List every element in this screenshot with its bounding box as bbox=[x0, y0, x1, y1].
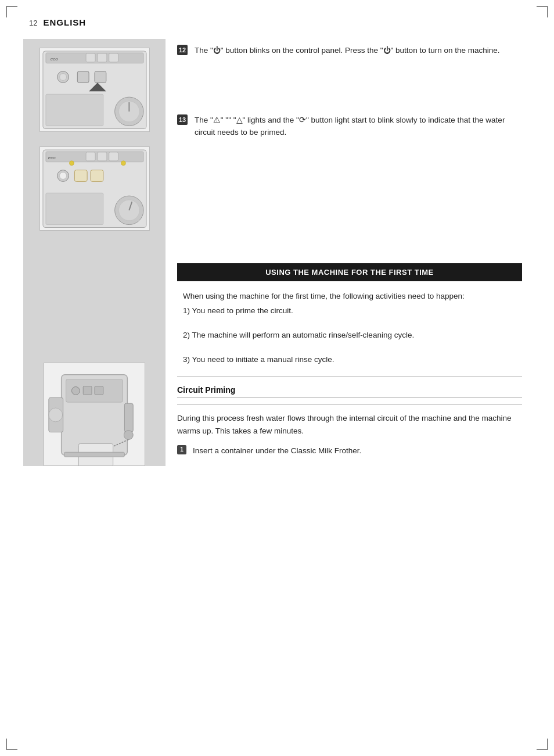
section-title: ENGLISH bbox=[43, 17, 86, 27]
section-banner: USING THE MACHINE FOR THE FIRST TIME bbox=[177, 263, 522, 281]
corner-mark-tr bbox=[537, 6, 548, 17]
svg-rect-24 bbox=[91, 170, 103, 181]
svg-rect-18 bbox=[86, 152, 95, 161]
clean-icon: ⟳ bbox=[299, 116, 306, 124]
svg-point-22 bbox=[59, 172, 66, 179]
page: 12 ENGLISH eco bbox=[0, 0, 554, 756]
step12-container: 12 The "⏻" button blinks on the control … bbox=[177, 45, 522, 56]
right-panel: 12 The "⏻" button blinks on the control … bbox=[166, 39, 531, 466]
svg-rect-8 bbox=[77, 71, 89, 83]
machine-image-step13: eco bbox=[39, 146, 150, 231]
firsttime-item3: 3) You need to initiate a manual rinse c… bbox=[183, 353, 522, 366]
svg-rect-36 bbox=[124, 403, 133, 432]
banner-text: USING THE MACHINE FOR THE FIRST TIME bbox=[265, 268, 434, 277]
warning-icon3: △ bbox=[236, 116, 243, 124]
subsection-divider bbox=[177, 376, 522, 377]
warning-icon1: ⚠ bbox=[213, 116, 221, 124]
spacer-between-steps-and-banner bbox=[177, 150, 522, 257]
power-icon-sym: ⏻ bbox=[213, 46, 221, 55]
svg-rect-9 bbox=[95, 71, 106, 83]
svg-rect-35 bbox=[95, 386, 103, 395]
svg-rect-27 bbox=[45, 193, 103, 224]
step12-number: 12 bbox=[177, 45, 188, 55]
svg-point-37 bbox=[124, 430, 133, 439]
svg-rect-3 bbox=[86, 53, 95, 62]
left-panel: eco bbox=[23, 39, 166, 466]
priming-step1-text: Insert a container under the Classic Mil… bbox=[193, 445, 361, 457]
step13-header: 13 The "⚠" "" "△" lights and the "⟳" but… bbox=[177, 114, 522, 138]
subsection-title: Circuit Priming bbox=[177, 385, 522, 397]
priming-step1-number: 1 bbox=[177, 445, 186, 454]
svg-rect-23 bbox=[74, 170, 87, 181]
machine-image-priming bbox=[44, 363, 145, 466]
page-header: 12 ENGLISH bbox=[23, 17, 531, 27]
priming-step1: 1 Insert a container under the Classic M… bbox=[177, 445, 522, 457]
priming-intro: During this process fresh water flows th… bbox=[177, 412, 522, 437]
svg-rect-5 bbox=[109, 53, 118, 62]
firsttime-item2: 2) The machine will perform an automatic… bbox=[183, 329, 522, 342]
svg-rect-19 bbox=[97, 152, 106, 161]
corner-mark-bl bbox=[6, 739, 17, 750]
step13-number: 13 bbox=[177, 114, 188, 125]
firsttime-item1: 1) You need to prime the circuit. bbox=[183, 304, 522, 317]
svg-point-41 bbox=[49, 408, 63, 422]
machine-image-step12: eco bbox=[39, 48, 150, 132]
svg-rect-34 bbox=[83, 386, 92, 395]
page-number: 12 bbox=[29, 19, 37, 27]
svg-point-26 bbox=[121, 161, 125, 166]
subsection-divider-bottom bbox=[177, 404, 522, 405]
firsttime-block: When using the machine for the first tim… bbox=[177, 290, 522, 366]
firsttime-intro: When using the machine for the first tim… bbox=[183, 290, 522, 303]
svg-point-33 bbox=[71, 386, 80, 395]
svg-rect-4 bbox=[97, 53, 106, 62]
svg-rect-11 bbox=[45, 94, 103, 126]
corner-mark-br bbox=[537, 739, 548, 750]
svg-rect-20 bbox=[109, 152, 118, 161]
step12-header: 12 The "⏻" button blinks on the control … bbox=[177, 45, 522, 56]
corner-mark-tl bbox=[6, 6, 17, 17]
svg-point-29 bbox=[118, 200, 139, 221]
step12-text: The "⏻" button blinks on the control pan… bbox=[195, 45, 499, 56]
svg-text:eco: eco bbox=[48, 155, 55, 160]
svg-point-25 bbox=[69, 161, 74, 166]
svg-rect-39 bbox=[64, 452, 125, 457]
svg-point-7 bbox=[59, 73, 66, 80]
step13-container: 13 The "⚠" "" "△" lights and the "⟳" but… bbox=[177, 114, 522, 138]
svg-text:eco: eco bbox=[50, 56, 57, 62]
layout-wrapper: eco bbox=[23, 39, 531, 466]
step13-text: The "⚠" "" "△" lights and the "⟳" button… bbox=[195, 114, 522, 138]
